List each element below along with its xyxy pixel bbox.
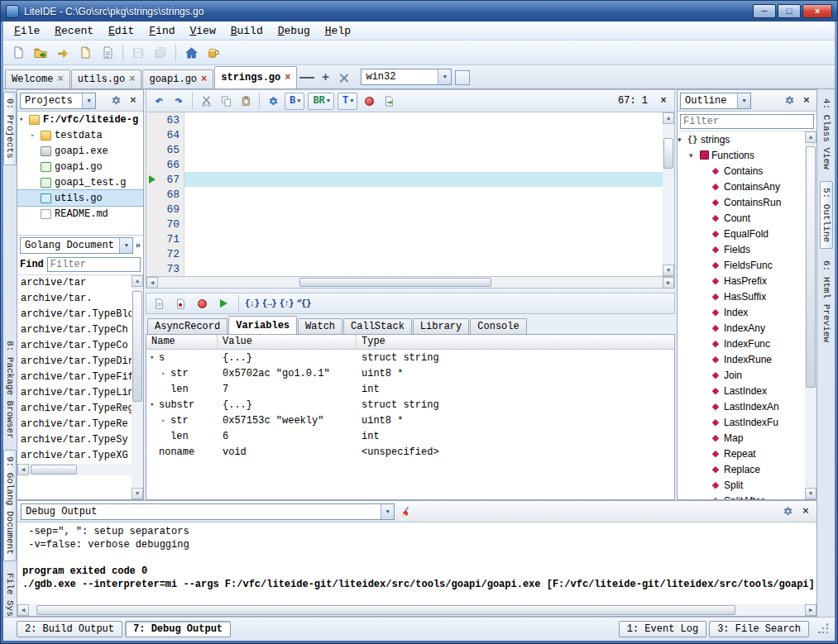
list-item[interactable]: archive/tar.TypeCh (17, 322, 132, 338)
list-item[interactable]: archive/tar (17, 275, 132, 291)
dock-tab[interactable]: 0: Projects (3, 92, 17, 165)
list-item[interactable]: archive/tar.TypeReg (17, 401, 132, 417)
list-item[interactable]: archive/tar.TypeLin (17, 385, 132, 401)
debug-tab[interactable]: CallStack (343, 318, 412, 334)
outline-item[interactable]: IndexFunc (678, 336, 805, 351)
outline-item[interactable]: Join (678, 367, 805, 383)
list-item[interactable]: archive/tar.TypeFif (17, 370, 132, 385)
close-all-tabs-icon[interactable] (335, 69, 352, 86)
outline-item[interactable]: Repeat (678, 446, 805, 461)
expander-icon[interactable] (689, 151, 698, 160)
expander-icon[interactable] (150, 353, 159, 362)
document-tab[interactable]: utils.go (71, 69, 142, 88)
editor-gutter[interactable]: 68 (146, 187, 184, 202)
menu-item[interactable]: Recent (47, 22, 101, 40)
debug-tab[interactable]: Watch (298, 318, 342, 334)
debug-output-text[interactable]: -sep=", ": setup separators -v=false: ve… (17, 522, 816, 604)
scroll-right-icon[interactable] (663, 277, 674, 289)
continue-debug-icon[interactable] (214, 294, 232, 312)
tree-item[interactable]: testdata (17, 127, 143, 143)
build-config-gear-icon[interactable] (264, 92, 282, 110)
expander-icon[interactable] (678, 136, 687, 144)
outline-item[interactable]: IndexRune (678, 351, 805, 367)
godoc-view-combobox[interactable]: Golang Document (20, 237, 133, 254)
list-item[interactable]: archive/tar. (17, 291, 132, 307)
scroll-up-icon[interactable] (132, 275, 143, 287)
outline-item[interactable]: IndexAny (678, 320, 805, 336)
document-tab[interactable]: goapi.go (142, 69, 213, 88)
outline-item[interactable]: Fields (678, 241, 805, 257)
menu-item[interactable]: Build (223, 22, 271, 40)
table-row[interactable]: str 0x5702ac "go1.0.1" uint8 * (146, 365, 674, 381)
outline-item[interactable]: SplitAfter (678, 493, 805, 499)
build-button[interactable]: B (285, 93, 304, 110)
editor-gutter[interactable]: 73 (146, 261, 184, 276)
open-project-button[interactable] (31, 43, 50, 63)
debug-tab[interactable]: Variables (228, 316, 297, 334)
export-icon[interactable] (380, 92, 398, 110)
status-tab-button[interactable]: 2: Build Output (17, 621, 122, 637)
close-editor-icon[interactable] (656, 95, 671, 107)
cut-icon[interactable] (197, 92, 215, 110)
dock-tab[interactable]: 4: Class View (820, 92, 833, 176)
editor-gutter[interactable]: 70 (146, 217, 184, 231)
outline-item[interactable]: HasPrefix (678, 273, 805, 289)
build-and-run-button[interactable]: BR (308, 93, 334, 110)
table-row[interactable]: str 0x57153c "weekly" uint8 * (146, 413, 674, 428)
undo-icon[interactable] (150, 92, 168, 110)
test-button[interactable]: T (338, 93, 357, 110)
step-over-icon[interactable]: {→} (262, 298, 276, 308)
tree-item[interactable]: goapi.exe (17, 143, 143, 159)
list-item[interactable]: archive/tar.TypeDir (17, 354, 132, 370)
outline-item[interactable]: Functions (678, 147, 805, 163)
column-header[interactable]: Type (357, 335, 674, 349)
redo-icon[interactable] (170, 92, 188, 110)
outline-item[interactable]: Map (678, 430, 805, 446)
editor-gutter[interactable]: 71 (146, 231, 184, 246)
tree-item[interactable]: F:/vfc/liteide-g (17, 112, 143, 127)
liteide-options-button[interactable] (204, 43, 223, 63)
column-header[interactable]: Value (218, 335, 357, 349)
close-tab-icon[interactable] (57, 75, 63, 83)
scroll-right-icon[interactable] (805, 604, 816, 616)
tab-list-icon[interactable] (299, 69, 315, 86)
table-row[interactable]: len 6 int (146, 428, 674, 444)
outline-item[interactable]: LastIndexFu (678, 414, 805, 430)
resize-grip[interactable] (818, 623, 830, 635)
list-item[interactable]: archive/tar.TypeCo (17, 338, 132, 354)
outline-item[interactable]: ContainsAny (678, 179, 805, 194)
outline-item[interactable]: FieldsFunc (678, 257, 805, 273)
scroll-left-icon[interactable] (17, 604, 29, 616)
minimize-button[interactable] (753, 4, 776, 18)
editor-gutter[interactable]: 72 (146, 246, 184, 261)
menu-item[interactable]: Find (141, 22, 182, 40)
scroll-down-icon[interactable] (132, 488, 143, 499)
table-row[interactable]: len 7 int (146, 381, 674, 397)
outline-item[interactable]: EqualFold (678, 226, 805, 241)
clear-output-icon[interactable] (398, 504, 413, 519)
scroll-down-icon[interactable] (663, 265, 674, 276)
titlebar[interactable]: LiteIDE - C:\Go\src\pkg\strings\strings.… (1, 1, 837, 21)
save-all-button[interactable] (151, 43, 170, 63)
horizontal-scrollbar[interactable] (17, 464, 143, 475)
menu-item[interactable]: File (7, 22, 47, 40)
editor-horizontal-scrollbar[interactable] (146, 277, 675, 289)
start-debug-icon[interactable] (360, 92, 378, 110)
close-button[interactable] (802, 4, 832, 18)
menu-item[interactable]: Help (318, 22, 358, 40)
list-item[interactable]: archive/tar.TypeXG (17, 448, 132, 464)
debug-tab[interactable]: Console (470, 318, 526, 334)
dock-tab[interactable]: 9: Golang Document (3, 450, 17, 561)
close-tab-icon[interactable] (129, 75, 135, 83)
table-row[interactable]: s {...} struct string (146, 350, 674, 365)
new-file-button[interactable] (8, 43, 28, 63)
column-header[interactable]: Name (146, 335, 218, 349)
copy-icon[interactable] (217, 92, 235, 110)
save-file-button[interactable] (128, 43, 148, 63)
code-editor[interactable]: 63 } (146, 112, 675, 277)
close-tab-icon[interactable] (201, 75, 207, 83)
close-tab-icon[interactable] (285, 74, 290, 82)
run-to-line-icon[interactable]: “{} (296, 298, 310, 308)
editor-gutter[interactable]: 63 (146, 112, 184, 127)
outline-item[interactable]: Contains (678, 163, 805, 179)
